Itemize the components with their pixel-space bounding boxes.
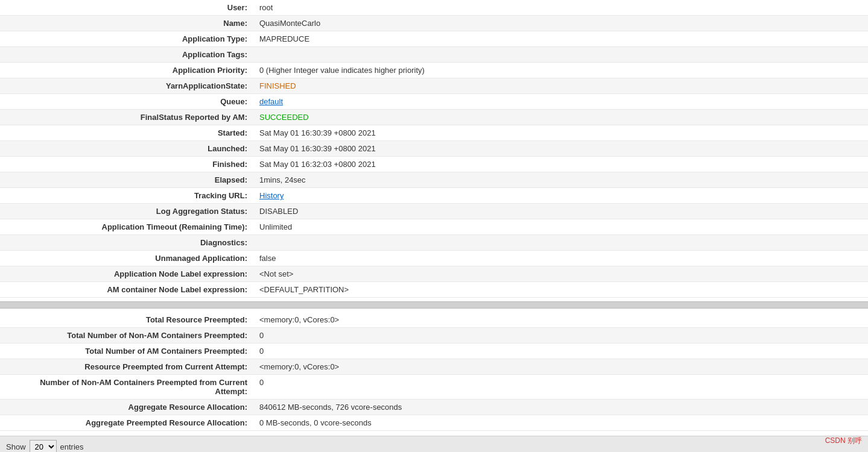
aggregate-preempted-label: Aggregate Preempted Resource Allocation:	[0, 415, 253, 430]
entries-select[interactable]: 20	[30, 440, 57, 452]
finished-label: Finished:	[0, 157, 253, 172]
started-row: Started: Sat May 01 16:30:39 +0800 2021	[0, 125, 868, 141]
final-status-value: SUCCEEDED	[253, 110, 868, 125]
final-status-label: FinalStatus Reported by AM:	[0, 110, 253, 125]
node-label-row: Application Node Label expression: <Not …	[0, 266, 868, 282]
total-resource-preempted-row: Total Resource Preempted: <memory:0, vCo…	[0, 312, 868, 328]
diagnostics-value	[253, 235, 868, 250]
total-non-am-preempted-row: Total Number of Non-AM Containers Preemp…	[0, 328, 868, 344]
yarn-state-row: YarnApplicationState: FINISHED	[0, 78, 868, 94]
log-agg-value: DISABLED	[253, 204, 868, 219]
aggregate-resource-row: Aggregate Resource Allocation: 840612 MB…	[0, 400, 868, 415]
non-am-preempted-current-value: 0	[253, 375, 868, 399]
app-priority-value: 0 (Higher Integer value indicates higher…	[253, 63, 868, 78]
name-row: Name: QuasiMonteCarlo	[0, 16, 868, 31]
app-tags-value	[253, 47, 868, 62]
started-value: Sat May 01 16:30:39 +0800 2021	[253, 125, 868, 140]
name-value: QuasiMonteCarlo	[253, 16, 868, 31]
app-priority-label: Application Priority:	[0, 63, 253, 78]
unmanaged-row: Unmanaged Application: false	[0, 251, 868, 266]
resource-section: Total Resource Preempted: <memory:0, vCo…	[0, 312, 868, 431]
queue-link[interactable]: default	[259, 97, 283, 106]
user-row: User: root	[0, 0, 868, 16]
launched-row: Launched: Sat May 01 16:30:39 +0800 2021	[0, 141, 868, 157]
finished-value: Sat May 01 16:32:03 +0800 2021	[253, 157, 868, 172]
yarn-state-label: YarnApplicationState:	[0, 78, 253, 93]
resource-preempted-current-row: Resource Preempted from Current Attempt:…	[0, 359, 868, 375]
app-timeout-row: Application Timeout (Remaining Time): Un…	[0, 219, 868, 235]
finished-row: Finished: Sat May 01 16:32:03 +0800 2021	[0, 157, 868, 172]
app-tags-row: Application Tags:	[0, 47, 868, 63]
app-info-section: User: root Name: QuasiMonteCarlo Applica…	[0, 0, 868, 298]
tracking-url-value: History	[253, 188, 868, 203]
aggregate-resource-label: Aggregate Resource Allocation:	[0, 400, 253, 415]
log-agg-label: Log Aggregation Status:	[0, 204, 253, 219]
aggregate-resource-value: 840612 MB-seconds, 726 vcore-seconds	[253, 400, 868, 415]
page-container: User: root Name: QuasiMonteCarlo Applica…	[0, 0, 868, 452]
total-am-preempted-value: 0	[253, 344, 868, 359]
am-container-label-label: AM container Node Label expression:	[0, 282, 253, 297]
app-type-label: Application Type:	[0, 31, 253, 46]
section-separator	[0, 301, 868, 309]
show-entries-bar: Show 20 entries	[0, 436, 868, 452]
launched-label: Launched:	[0, 141, 253, 156]
am-container-label-value: <DEFAULT_PARTITION>	[253, 282, 868, 297]
diagnostics-label: Diagnostics:	[0, 235, 253, 250]
yarn-state-value: FINISHED	[253, 78, 868, 93]
name-label: Name:	[0, 16, 253, 31]
elapsed-value: 1mins, 24sec	[253, 172, 868, 187]
table-section: Show 20 entries Attempt ID ⇅ Started ⇅	[0, 436, 868, 452]
unmanaged-value: false	[253, 251, 868, 266]
total-resource-preempted-label: Total Resource Preempted:	[0, 312, 253, 327]
tracking-url-link[interactable]: History	[259, 191, 284, 200]
entries-label: entries	[60, 442, 84, 451]
log-agg-row: Log Aggregation Status: DISABLED	[0, 204, 868, 219]
show-label: Show	[6, 442, 26, 451]
queue-row: Queue: default	[0, 94, 868, 110]
node-label-value: <Not set>	[253, 266, 868, 281]
app-tags-label: Application Tags:	[0, 47, 253, 62]
queue-label: Queue:	[0, 94, 253, 109]
aggregate-preempted-value: 0 MB-seconds, 0 vcore-seconds	[253, 415, 868, 430]
unmanaged-label: Unmanaged Application:	[0, 251, 253, 266]
elapsed-row: Elapsed: 1mins, 24sec	[0, 172, 868, 188]
user-label: User:	[0, 0, 253, 15]
resource-preempted-current-label: Resource Preempted from Current Attempt:	[0, 359, 253, 374]
diagnostics-row: Diagnostics:	[0, 235, 868, 251]
node-label-label: Application Node Label expression:	[0, 266, 253, 281]
user-value: root	[253, 0, 868, 15]
app-type-row: Application Type: MAPREDUCE	[0, 31, 868, 47]
total-non-am-preempted-value: 0	[253, 328, 868, 343]
launched-value: Sat May 01 16:30:39 +0800 2021	[253, 141, 868, 156]
am-container-label-row: AM container Node Label expression: <DEF…	[0, 282, 868, 298]
app-priority-row: Application Priority: 0 (Higher Integer …	[0, 63, 868, 78]
app-type-value: MAPREDUCE	[253, 31, 868, 46]
queue-value: default	[253, 94, 868, 109]
non-am-preempted-current-row: Number of Non-AM Containers Preempted fr…	[0, 375, 868, 400]
app-timeout-label: Application Timeout (Remaining Time):	[0, 219, 253, 234]
final-status-row: FinalStatus Reported by AM: SUCCEEDED	[0, 110, 868, 125]
total-am-preempted-row: Total Number of AM Containers Preempted:…	[0, 344, 868, 359]
total-non-am-preempted-label: Total Number of Non-AM Containers Preemp…	[0, 328, 253, 343]
non-am-preempted-current-label: Number of Non-AM Containers Preempted fr…	[0, 375, 253, 399]
tracking-url-label: Tracking URL:	[0, 188, 253, 203]
resource-preempted-current-value: <memory:0, vCores:0>	[253, 359, 868, 374]
aggregate-preempted-row: Aggregate Preempted Resource Allocation:…	[0, 415, 868, 431]
total-resource-preempted-value: <memory:0, vCores:0>	[253, 312, 868, 327]
total-am-preempted-label: Total Number of AM Containers Preempted:	[0, 344, 253, 359]
started-label: Started:	[0, 125, 253, 140]
watermark: CSDN 别呼	[825, 436, 862, 446]
elapsed-label: Elapsed:	[0, 172, 253, 187]
app-timeout-value: Unlimited	[253, 219, 868, 234]
tracking-url-row: Tracking URL: History	[0, 188, 868, 204]
